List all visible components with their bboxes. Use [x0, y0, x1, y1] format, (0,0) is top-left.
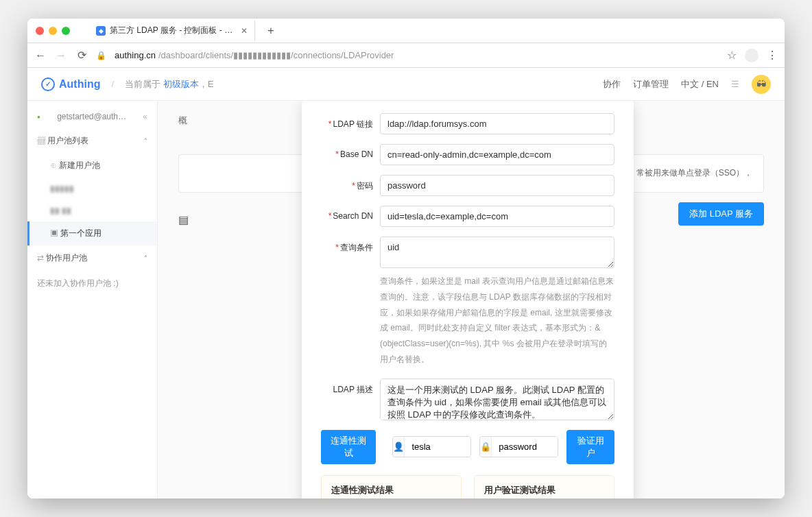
verify-user-button[interactable]: 验证用户	[566, 430, 614, 464]
label-link: LDAP 链接	[333, 119, 373, 129]
user-verify-result-card: 用户验证测试结果 用户验证结果 -成功	[474, 475, 614, 498]
sidebar-item-pool-2[interactable]: ▮▮ ▮▮	[27, 200, 157, 221]
label-password: 密码	[357, 181, 373, 191]
sidebar-account[interactable]: ● getstarted@auth… «	[27, 105, 157, 128]
back-icon[interactable]: ←	[34, 49, 47, 62]
browser-tab[interactable]: ◆ 第三方 LDAP 服务 - 控制面板 - … ✕	[89, 21, 255, 40]
reload-icon[interactable]: ⟳	[75, 49, 88, 62]
logo[interactable]: ✓ Authing	[41, 77, 100, 91]
collapse-icon[interactable]: «	[143, 112, 147, 121]
query-input[interactable]: uid	[380, 237, 614, 268]
user-avatar-icon[interactable]: 🕶	[752, 75, 771, 94]
forward-icon[interactable]: →	[55, 49, 67, 62]
desc-input[interactable]: 这是一个用来测试的 LDAP 服务。此测试 LDAP 配置的查询条件为 uid，…	[380, 378, 614, 420]
logo-icon: ✓	[41, 77, 55, 91]
query-help-text: 查询条件，如果这里是 mail 表示查询用户信息是通过邮箱信息来查询的。注意，该…	[380, 274, 614, 368]
browser-menu-icon[interactable]: ⋮	[767, 49, 778, 62]
conn-result-title: 连通性测试结果	[331, 484, 451, 496]
label-basedn: Base DN	[340, 149, 373, 159]
sidebar-section-userpools[interactable]: ▦ 用户池列表 ˄	[27, 128, 157, 154]
new-tab-icon[interactable]: +	[267, 25, 274, 37]
test-username-field: 👤	[392, 436, 471, 457]
tab-title: 第三方 LDAP 服务 - 控制面板 - …	[110, 25, 232, 36]
logo-text: Authing	[59, 78, 100, 91]
sidebar-item-new-pool[interactable]: ⊕ 新建用户池	[27, 154, 157, 178]
minimize-window-icon[interactable]	[49, 27, 57, 35]
ldap-link-input[interactable]	[380, 113, 614, 134]
test-password-input[interactable]	[492, 437, 558, 457]
sidebar: ● getstarted@auth… « ▦ 用户池列表 ˄ ⊕ 新建用户池 ▮…	[27, 101, 158, 498]
label-desc: LDAP 描述	[333, 385, 373, 394]
ldap-config-modal: *LDAP 链接 *Base DN *密码 *Search DN	[302, 101, 634, 498]
url-path: /dashboard/clients/▮▮▮▮▮▮▮▮▮▮▮▮/connecti…	[158, 50, 394, 60]
password-input[interactable]	[380, 175, 614, 196]
profile-avatar[interactable]	[745, 49, 759, 62]
tab-close-icon[interactable]: ✕	[241, 26, 248, 36]
nav-orders[interactable]: 订单管理	[633, 78, 669, 91]
app: ✓ Authing / 当前属于 初级版本，E 协作 订单管理 中文 / EN …	[27, 68, 785, 498]
header-right: 协作 订单管理 中文 / EN ☰ 🕶	[603, 75, 771, 94]
app-header: ✓ Authing / 当前属于 初级版本，E 协作 订单管理 中文 / EN …	[27, 68, 785, 101]
user-result-title: 用户验证测试结果	[484, 484, 604, 496]
connectivity-result-card: 连通性测试结果 LDAP 服务器连接结果 -成功	[321, 475, 462, 498]
hamburger-icon[interactable]: ☰	[731, 79, 739, 89]
test-username-input[interactable]	[405, 437, 471, 457]
base-dn-input[interactable]	[380, 144, 614, 165]
results-row: 连通性测试结果 LDAP 服务器连接结果 -成功 用户验证测试结果 用户验证结果…	[321, 475, 614, 498]
url-host: authing.cn	[115, 50, 156, 60]
add-ldap-button[interactable]: 添加 LDAP 服务	[678, 202, 764, 226]
url-display[interactable]: authing.cn/dashboard/clients/▮▮▮▮▮▮▮▮▮▮▮…	[115, 50, 719, 60]
sidebar-collab-empty: 还未加入协作用户池 :)	[27, 271, 157, 296]
favicon-icon: ◆	[96, 26, 106, 36]
nav-collab[interactable]: 协作	[603, 78, 621, 91]
sidebar-item-pool-1[interactable]: ▮▮▮▮▮	[27, 178, 157, 200]
bookmark-icon[interactable]: ☆	[727, 49, 737, 62]
test-password-field: 🔒	[479, 436, 558, 457]
chevron-up-icon: ˄	[144, 254, 147, 262]
user-icon: 👤	[393, 437, 405, 457]
lock-icon: 🔒	[96, 51, 106, 60]
nav-lang[interactable]: 中文 / EN	[681, 78, 719, 91]
sidebar-section-collab[interactable]: ⇄ 协作用户池 ˄	[27, 245, 157, 271]
close-window-icon[interactable]	[36, 27, 44, 35]
main-content: 概 … 数据库，常被用来做单点登录（SSO）， ▤ 添加 LDAP 服务 *LD…	[158, 101, 785, 498]
test-row: 连通性测试 👤 🔒 验证用户	[321, 430, 614, 464]
titlebar: ◆ 第三方 LDAP 服务 - 控制面板 - … ✕ +	[27, 19, 785, 43]
label-searchdn: Search DN	[333, 211, 373, 221]
app-body: ● getstarted@auth… « ▦ 用户池列表 ˄ ⊕ 新建用户池 ▮…	[27, 101, 785, 498]
label-query: 查询条件	[340, 243, 373, 252]
plan-link[interactable]: 初级版本	[163, 79, 199, 89]
browser-window: ◆ 第三方 LDAP 服务 - 控制面板 - … ✕ + ← → ⟳ 🔒 aut…	[27, 19, 785, 498]
sidebar-item-first-app[interactable]: ▣ 第一个应用	[27, 221, 157, 245]
window-controls	[36, 27, 70, 35]
lock-icon: 🔒	[480, 437, 492, 457]
chevron-up-icon: ˄	[144, 137, 147, 145]
plan-status: 当前属于 初级版本，E	[125, 78, 213, 91]
search-dn-input[interactable]	[380, 206, 614, 227]
maximize-window-icon[interactable]	[62, 27, 70, 35]
connectivity-test-button[interactable]: 连通性测试	[321, 430, 376, 464]
address-bar: ← → ⟳ 🔒 authing.cn/dashboard/clients/▮▮▮…	[27, 43, 785, 68]
